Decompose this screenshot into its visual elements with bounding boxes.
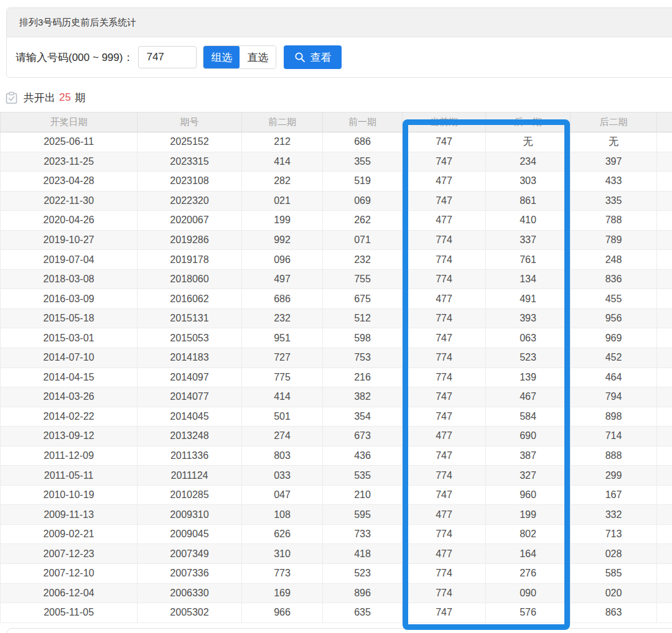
table-cell: 2007-12-10 xyxy=(1,564,138,584)
column-header: 期号 xyxy=(138,113,242,132)
table-cell: 无 xyxy=(571,132,657,152)
table-cell: 410 xyxy=(486,211,571,231)
table-cell: 234 xyxy=(486,152,571,172)
table-cell: 774 xyxy=(403,466,486,486)
table-cell: 028 xyxy=(571,544,657,564)
table-cell: 888 xyxy=(571,446,657,466)
table-cell: 2022320 xyxy=(138,191,242,211)
table-cell: 2010285 xyxy=(138,485,242,505)
table-cell: 747 xyxy=(403,387,486,407)
table-cell: 464 xyxy=(571,367,657,387)
table-cell: 210 xyxy=(323,485,403,505)
table-cell: 2015131 xyxy=(138,308,242,328)
table-cell: 452 xyxy=(571,348,657,368)
table-cell-filler xyxy=(657,446,672,466)
table-cell: 2014-07-10 xyxy=(1,348,138,368)
table-cell: 167 xyxy=(571,485,657,505)
column-header: 后一期 xyxy=(486,113,571,132)
table-cell-filler xyxy=(657,603,672,623)
table-cell: 2020-04-26 xyxy=(1,211,138,231)
table-cell: 773 xyxy=(242,564,323,584)
table-cell: 274 xyxy=(242,427,323,446)
table-cell: 576 xyxy=(486,603,571,623)
column-header: 开奖日期 xyxy=(1,113,138,132)
table-cell: 335 xyxy=(571,191,657,211)
column-header: 前二期 xyxy=(242,113,323,132)
table-cell: 199 xyxy=(486,505,571,525)
column-header: 前一期 xyxy=(323,113,403,132)
table-cell: 523 xyxy=(323,564,403,584)
table-cell: 2009-11-13 xyxy=(1,505,138,525)
table-cell: 747 xyxy=(403,152,486,172)
panel-title: 排列3号码历史前后关系统计 xyxy=(7,8,672,37)
table-row: 2014-03-262014077414382747467794 xyxy=(1,387,672,407)
table-header: 开奖日期期号前二期前一期当前期后一期后二期 xyxy=(1,113,672,132)
table-cell-filler xyxy=(657,289,672,309)
table-cell: 090 xyxy=(486,583,571,603)
table-cell: 774 xyxy=(403,583,486,603)
table-cell-filler xyxy=(657,524,672,544)
query-form: 请输入号码(000 ~ 999)： 组选 直选 查看 xyxy=(7,37,672,77)
table-cell: 774 xyxy=(403,230,486,250)
table-cell: 595 xyxy=(323,505,403,525)
table-cell: 2019178 xyxy=(138,250,242,270)
table-cell-filler xyxy=(657,387,672,407)
table-cell: 686 xyxy=(242,289,323,309)
table-cell: 2006330 xyxy=(138,583,242,603)
column-header: 后二期 xyxy=(571,113,657,132)
table-cell: 969 xyxy=(571,328,657,348)
table-cell: 397 xyxy=(571,152,657,172)
table-cell: 803 xyxy=(242,446,323,466)
table-cell: 2010-10-19 xyxy=(1,485,138,505)
table-cell: 755 xyxy=(323,269,403,289)
table-cell: 2014045 xyxy=(138,407,242,427)
table-cell: 519 xyxy=(323,172,403,192)
table-cell-filler xyxy=(657,152,672,172)
table-cell: 512 xyxy=(323,308,403,328)
table-cell: 774 xyxy=(403,250,486,270)
table-row: 2022-11-302022320021069747861335 xyxy=(1,191,672,211)
table-cell: 2018-03-08 xyxy=(1,269,138,289)
summary-prefix: 共开出 xyxy=(24,91,55,105)
direct-select-button[interactable]: 直选 xyxy=(240,46,276,68)
table-cell-filler xyxy=(657,407,672,427)
table-row: 2014-07-102014183727753774523452 xyxy=(1,348,672,368)
column-header xyxy=(657,113,672,132)
table-cell: 747 xyxy=(403,603,486,623)
result-summary: 共开出 25 期 xyxy=(5,88,85,107)
table-cell: 2025-06-11 xyxy=(1,132,138,152)
column-header: 当前期 xyxy=(403,113,486,132)
table-cell: 212 xyxy=(242,132,323,152)
table-cell: 2011-05-11 xyxy=(1,466,138,486)
table-cell: 686 xyxy=(323,132,403,152)
table-cell-filler xyxy=(657,367,672,387)
table-row: 2011-05-112011124033535774327299 xyxy=(1,466,672,486)
table-cell: 2025152 xyxy=(138,132,242,152)
table-cell: 713 xyxy=(571,524,657,544)
table-row: 2014-02-222014045501354747584898 xyxy=(1,407,672,427)
table-cell: 477 xyxy=(403,289,486,309)
table-row: 2007-12-232007349310418477164028 xyxy=(1,544,672,564)
table-cell: 134 xyxy=(486,269,571,289)
table-cell: 523 xyxy=(486,348,571,368)
number-input[interactable] xyxy=(138,46,197,68)
table-cell: 2011336 xyxy=(138,446,242,466)
table-cell: 774 xyxy=(403,308,486,328)
table-cell: 414 xyxy=(242,152,323,172)
table-row: 2018-03-082018060497755774134836 xyxy=(1,269,672,289)
group-select-button[interactable]: 组选 xyxy=(203,46,240,68)
table-cell: 2006-12-04 xyxy=(1,583,138,603)
table-cell: 2009310 xyxy=(138,505,242,525)
table-row: 2010-10-192010285047210747960167 xyxy=(1,485,672,505)
table-cell: 2018060 xyxy=(138,269,242,289)
view-button[interactable]: 查看 xyxy=(284,45,342,69)
table-cell: 2013248 xyxy=(138,427,242,446)
table-cell: 2005-11-05 xyxy=(1,603,138,623)
table-cell-filler xyxy=(657,328,672,348)
table-cell: 2009-02-21 xyxy=(1,524,138,544)
table-row: 2016-03-092016062686675477491455 xyxy=(1,289,672,309)
table-cell: 774 xyxy=(403,367,486,387)
summary-suffix: 期 xyxy=(75,91,85,105)
search-icon xyxy=(294,52,306,63)
table-cell: 355 xyxy=(323,152,403,172)
